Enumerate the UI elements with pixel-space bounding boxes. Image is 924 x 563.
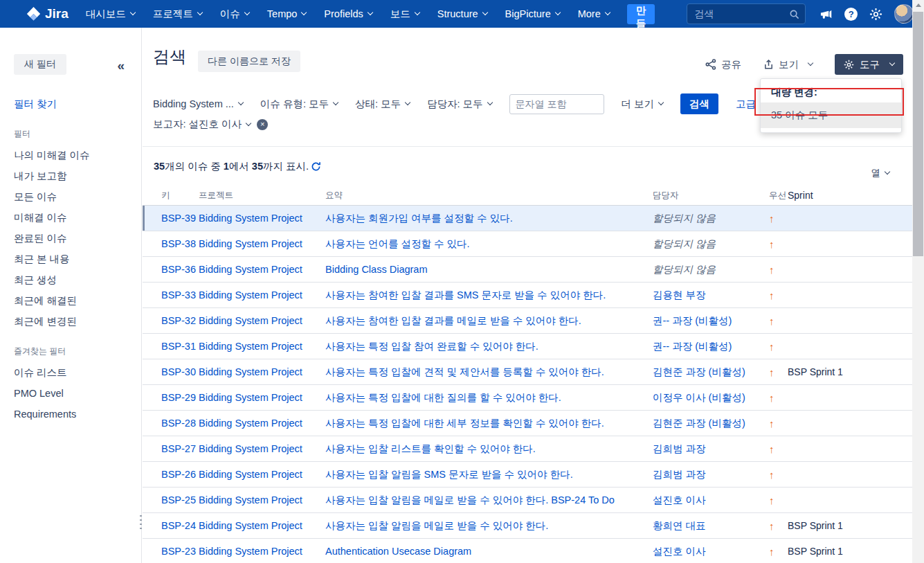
help-icon[interactable] (844, 8, 858, 21)
megaphone-icon[interactable] (819, 8, 833, 20)
nav-menu-item[interactable]: More (569, 0, 619, 28)
column-header-key[interactable]: 키 (161, 190, 199, 202)
more-filters-dropdown[interactable]: 더 보기 (622, 98, 664, 111)
sidebar-filter-item[interactable]: 완료된 이슈 (14, 232, 141, 245)
sidebar-filter-item[interactable]: 최근에 변경된 (14, 315, 141, 328)
nav-menu-item[interactable]: Tempo (258, 0, 316, 28)
issue-summary-link[interactable]: 사용자는 특정 입찰에 대한 질의를 할 수 있어야 한다. (325, 392, 561, 403)
issue-key-link[interactable]: BSP-26 (161, 469, 196, 480)
column-header-sprint[interactable]: Sprint (788, 190, 912, 201)
tools-dropdown-button[interactable]: 도구 (835, 54, 903, 75)
project-link[interactable]: Bidding System Project (199, 289, 302, 301)
nav-menu-item[interactable]: 이슈 (211, 0, 258, 28)
sidebar-favorite-filter-item[interactable]: PMO Level (14, 387, 141, 400)
issue-key-link[interactable]: BSP-39 (161, 213, 196, 224)
search-button[interactable]: 검색 (680, 93, 718, 114)
sidebar-filter-item[interactable]: 모든 이슈 (14, 190, 141, 204)
table-row[interactable]: BSP-25 Bidding System Project 사용자는 입찰 알림… (143, 488, 912, 513)
project-filter-dropdown[interactable]: Bidding System ... (153, 98, 243, 109)
issue-key-link[interactable]: BSP-25 (161, 494, 196, 506)
save-as-button[interactable]: 다른 이름으로 저장 (198, 51, 300, 72)
issue-summary-link[interactable]: 사용자는 참여한 입찰 결과를 메일로 받을 수 있어야 한다. (325, 315, 581, 326)
issue-key-link[interactable]: BSP-29 (161, 392, 196, 403)
sidebar-filter-item[interactable]: 나의 미해결 이슈 (14, 149, 141, 162)
issue-key-link[interactable]: BSP-31 (161, 341, 196, 352)
column-header-summary[interactable]: 요약 (325, 190, 653, 202)
issue-key-link[interactable]: BSP-33 (161, 289, 196, 301)
table-row[interactable]: BSP-29 Bidding System Project 사용자는 특정 입찰… (143, 385, 912, 411)
scrollbar-up-arrow-icon[interactable] (916, 3, 921, 7)
nav-menu-item[interactable]: 보드 (381, 0, 428, 28)
nav-menu-item[interactable]: BigPicture (496, 0, 569, 28)
issue-key-link[interactable]: BSP-32 (161, 315, 196, 326)
gear-icon[interactable] (869, 8, 882, 21)
reporter-filter-chip[interactable]: 보고자: 설진호 이사 (153, 118, 251, 131)
status-filter-dropdown[interactable]: 상태: 모두 (355, 98, 410, 111)
issue-key-link[interactable]: BSP-30 (161, 366, 196, 377)
issue-key-link[interactable]: BSP-36 (161, 264, 196, 275)
assignee-link[interactable]: 권-- 과장 (비활성) (653, 315, 732, 326)
table-row[interactable]: BSP-30 Bidding System Project 사용자는 특정 입찰… (143, 359, 912, 385)
issue-summary-link[interactable]: 사용자는 입찰 알림을 메일로 받을 수 있어야 한다. (325, 520, 548, 531)
assignee-link[interactable]: 김희범 과장 (653, 443, 706, 454)
project-link[interactable]: Bidding System Project (199, 315, 302, 326)
issue-summary-link[interactable]: 사용자는 특정 입찰 참여 완료할 수 있어야 한다. (325, 341, 538, 352)
column-header-project[interactable]: 프로젝트 (199, 190, 325, 202)
project-link[interactable]: Bidding System Project (199, 238, 302, 249)
issue-key-link[interactable]: BSP-28 (161, 418, 196, 429)
nav-menu-item[interactable]: Profields (315, 0, 381, 28)
table-row[interactable]: BSP-27 Bidding System Project 사용자는 입찰 리스… (143, 436, 912, 462)
bulk-change-all-issues-item[interactable]: 35 이슈 모두 (761, 102, 901, 128)
assignee-link[interactable]: 김현준 과장 (비활성) (653, 418, 745, 429)
project-link[interactable]: Bidding System Project (199, 264, 302, 275)
project-link[interactable]: Bidding System Project (199, 341, 302, 352)
issue-key-link[interactable]: BSP-27 (161, 443, 196, 454)
collapse-sidebar-icon[interactable]: « (117, 58, 125, 73)
project-link[interactable]: Bidding System Project (199, 392, 302, 403)
share-button[interactable]: 공유 (705, 58, 741, 71)
assignee-link[interactable]: 김용현 부장 (653, 289, 706, 301)
assignee-link[interactable]: 김현준 과장 (비활성) (653, 366, 745, 377)
column-header-priority[interactable]: 우선 (769, 190, 788, 202)
global-search-input[interactable] (693, 8, 789, 20)
table-row[interactable]: BSP-23 Bidding System Project Authentica… (143, 539, 912, 563)
sidebar-filter-item[interactable]: 최근 생성 (14, 274, 141, 287)
assignee-filter-dropdown[interactable]: 담당자: 모두 (427, 98, 492, 111)
sidebar-filter-item[interactable]: 최근에 해결된 (14, 294, 141, 307)
table-row[interactable]: BSP-32 Bidding System Project 사용자는 참여한 입… (143, 308, 912, 334)
remove-filter-icon[interactable] (257, 119, 268, 130)
issue-summary-link[interactable]: 사용자는 언어를 설정할 수 있다. (325, 238, 470, 249)
advanced-search-link[interactable]: 고급 (736, 98, 756, 111)
table-row[interactable]: BSP-33 Bidding System Project 사용자는 참여한 입… (143, 283, 912, 308)
view-dropdown[interactable]: 보기 (763, 58, 813, 71)
columns-dropdown[interactable]: 열 (871, 167, 890, 179)
table-row[interactable]: BSP-31 Bidding System Project 사용자는 특정 입찰… (143, 334, 912, 359)
assignee-link[interactable]: 김희범 과장 (653, 469, 706, 480)
issue-type-filter-dropdown[interactable]: 이슈 유형: 모두 (260, 98, 338, 111)
contains-text-input[interactable] (509, 94, 604, 114)
nav-menu-item[interactable]: 프로젝트 (144, 0, 211, 28)
issue-summary-link[interactable]: 사용자는 회원가입 여부를 설정할 수 있다. (325, 213, 513, 224)
project-link[interactable]: Bidding System Project (199, 494, 302, 506)
sidebar-filter-item[interactable]: 미해결 이슈 (14, 211, 141, 224)
project-link[interactable]: Bidding System Project (199, 366, 302, 377)
issue-summary-link[interactable]: 사용자는 참여한 입찰 결과를 SMS 문자로 받을 수 있어야 한다. (325, 289, 606, 301)
issue-summary-link[interactable]: 사용자는 입찰 리스트를 확인할 수 있어야 한다. (325, 443, 536, 454)
vertical-scrollbar[interactable] (912, 0, 924, 563)
table-row[interactable]: BSP-39 Bidding System Project 사용자는 회원가입 … (143, 206, 912, 231)
nav-menu-item[interactable]: 대시보드 (77, 0, 144, 28)
table-row[interactable]: BSP-26 Bidding System Project 사용자는 입찰 알림… (143, 462, 912, 488)
nav-menu-item[interactable]: Structure (428, 0, 496, 28)
project-link[interactable]: Bidding System Project (199, 520, 302, 531)
project-link[interactable]: Bidding System Project (199, 443, 302, 454)
global-search[interactable] (687, 3, 806, 24)
sidebar-favorite-filter-item[interactable]: 이슈 리스트 (14, 366, 141, 379)
assignee-link[interactable]: 할당되지 않음 (653, 264, 716, 275)
issue-key-link[interactable]: BSP-24 (161, 520, 196, 531)
scrollbar-thumb[interactable] (913, 12, 923, 256)
issue-key-link[interactable]: BSP-23 (161, 546, 196, 557)
assignee-link[interactable]: 설진호 이사 (653, 494, 706, 506)
new-filter-button[interactable]: 새 필터 (14, 54, 66, 75)
project-link[interactable]: Bidding System Project (199, 546, 302, 557)
project-link[interactable]: Bidding System Project (199, 469, 302, 480)
